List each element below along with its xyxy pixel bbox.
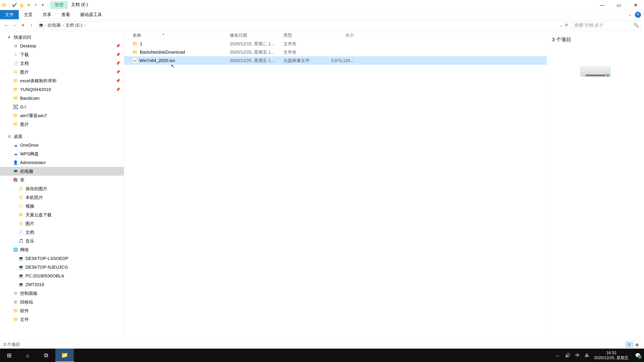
minimize-button[interactable]: — bbox=[594, 0, 610, 10]
pc-icon: 💻 bbox=[18, 256, 24, 261]
nav-libraries[interactable]: 📚库 bbox=[0, 176, 124, 184]
network-icon[interactable]: 🖧 bbox=[585, 353, 589, 358]
preview-pane: 3 个项目 bbox=[547, 31, 644, 340]
tab-file[interactable]: 文件 bbox=[0, 10, 19, 19]
nav-network-pc[interactable]: 💻DESKTOP-LSSOEDP bbox=[0, 254, 124, 263]
nav-label: 文档 bbox=[20, 60, 29, 66]
nav-documents-2[interactable]: 📄文档 bbox=[0, 228, 124, 237]
nav-label: 库 bbox=[20, 177, 24, 183]
nav-bandicam[interactable]: 📁Bandicam bbox=[0, 94, 124, 103]
action-center-icon[interactable]: 💬3 bbox=[634, 351, 642, 360]
pc-icon: 💻 bbox=[18, 273, 24, 278]
volume-icon[interactable]: 🔊 bbox=[565, 353, 570, 358]
address-bar[interactable]: 💻 › 此电脑 › 文档 (E:) › ⌄ ⟳ bbox=[36, 21, 570, 29]
pc-icon: 💻 bbox=[18, 282, 24, 287]
breadcrumb-this-pc[interactable]: 此电脑 bbox=[46, 22, 62, 28]
nav-network-pc[interactable]: 💻ZMT2019 bbox=[0, 280, 124, 289]
ribbon-collapse-icon[interactable]: ⌄ bbox=[628, 12, 632, 17]
nav-win7-folder[interactable]: 📁win7重装win7 bbox=[0, 111, 124, 120]
file-row[interactable]: 📁1 2020/12/15, 星期二 1... 文件夹 bbox=[124, 39, 547, 48]
qat-dropdown-icon[interactable]: ▾ bbox=[40, 2, 46, 8]
col-type[interactable]: 类型 bbox=[284, 32, 327, 38]
nav-yunqishi[interactable]: 📁YUNQISHI2019📌 bbox=[0, 85, 124, 94]
help-icon[interactable]: ? bbox=[635, 12, 641, 18]
file-row-selected[interactable]: ◉Win7x64_2020.iso 2020/12/25, 星期五 1... 光… bbox=[124, 56, 547, 65]
nav-pictures-3[interactable]: 🖼图片 bbox=[0, 219, 124, 228]
nav-onedrive[interactable]: ☁OneDrive bbox=[0, 141, 124, 149]
nav-network-pc[interactable]: 💻DESKTOP-NJEU3CG bbox=[0, 263, 124, 272]
search-input[interactable] bbox=[574, 23, 634, 28]
search-box[interactable]: 🔍 bbox=[572, 21, 641, 29]
properties-icon[interactable]: ✔️ bbox=[12, 2, 18, 8]
nav-g-drive[interactable]: 💽G:\ bbox=[0, 103, 124, 111]
nav-label: Desktop bbox=[20, 43, 36, 49]
search-icon[interactable]: 🔍 bbox=[634, 23, 639, 28]
file-explorer-taskbar[interactable]: 📁 bbox=[55, 349, 74, 362]
nav-desktop-root[interactable]: 🖥桌面 bbox=[0, 132, 124, 141]
chevron-right-icon[interactable]: › bbox=[83, 23, 86, 28]
navigation-pane[interactable]: ★快速访问 🖥Desktop📌 ⬇下载📌 📄文档📌 🖼图片📌 📁excel表格制… bbox=[0, 31, 124, 340]
new-folder-icon[interactable]: ▆ bbox=[18, 2, 25, 8]
chevron-right-icon[interactable]: › bbox=[62, 23, 64, 28]
nav-pictures-2[interactable]: 📁图片 bbox=[0, 120, 124, 129]
maximize-button[interactable]: ▭ bbox=[610, 0, 627, 10]
pin-icon: 📌 bbox=[116, 52, 120, 57]
recent-locations-button[interactable]: ▾ bbox=[20, 22, 26, 28]
start-button[interactable]: ⊞ bbox=[0, 349, 18, 362]
nav-this-pc[interactable]: 💻此电脑 bbox=[0, 167, 124, 176]
details-view-button[interactable]: ☰ bbox=[626, 342, 633, 348]
close-button[interactable]: ✕ bbox=[627, 0, 644, 10]
customize-icon[interactable]: ▾ bbox=[33, 2, 39, 8]
tab-view[interactable]: 查看 bbox=[56, 10, 75, 19]
clock[interactable]: 16:32 2020/12/25, 星期五 bbox=[594, 350, 628, 360]
nav-administrator[interactable]: 👤Administrator bbox=[0, 158, 124, 167]
nav-desktop[interactable]: 🖥Desktop📌 bbox=[0, 41, 124, 50]
nav-label: WPS网盘 bbox=[20, 151, 39, 157]
nav-network-pc[interactable]: 💻PC-20190530OBLA bbox=[0, 272, 124, 280]
system-tray: ︿ 🔊 中 🖧 16:32 2020/12/25, 星期五 💬3 bbox=[556, 350, 644, 360]
col-name[interactable]: 名称▴ bbox=[132, 32, 230, 38]
nav-files[interactable]: 📁文件 bbox=[0, 315, 124, 324]
nav-saved-pictures[interactable]: 🖼保存的图片 bbox=[0, 184, 124, 193]
nav-recycle-bin[interactable]: 🗑回收站 bbox=[0, 298, 124, 306]
nav-music[interactable]: 🎵音乐 bbox=[0, 237, 124, 245]
tab-share[interactable]: 共享 bbox=[38, 10, 56, 19]
nav-wps[interactable]: ☁WPS网盘 bbox=[0, 149, 124, 158]
nav-network[interactable]: 🌐网络 bbox=[0, 245, 124, 254]
manage-context-tab[interactable]: 管理 bbox=[50, 1, 68, 9]
nav-label: 网络 bbox=[20, 247, 29, 253]
refresh-icon[interactable]: ⟳ bbox=[565, 23, 568, 28]
up-button[interactable]: ↑ bbox=[28, 22, 34, 28]
delete-icon[interactable]: ✕ bbox=[26, 2, 32, 8]
file-row[interactable]: 📁BaiduNetdiskDownload 2020/12/25, 星期五 1.… bbox=[124, 48, 547, 56]
nav-videos[interactable]: 🎞视频 bbox=[0, 202, 124, 211]
pin-icon: 📌 bbox=[116, 44, 120, 48]
col-size[interactable]: 大小 bbox=[327, 32, 357, 38]
nav-excel-folder[interactable]: 📁excel表格制作求和📌 bbox=[0, 76, 124, 85]
col-date[interactable]: 修改日期 bbox=[230, 32, 284, 38]
nav-software[interactable]: 📁软件 bbox=[0, 306, 124, 315]
chevron-right-icon[interactable]: › bbox=[44, 23, 46, 28]
search-button[interactable]: ⌕ bbox=[18, 349, 37, 362]
nav-camera-roll[interactable]: 🖼本机照片 bbox=[0, 193, 124, 202]
breadcrumb-drive[interactable]: 文档 (E:) bbox=[64, 22, 83, 28]
address-row: ← → ▾ ↑ 💻 › 此电脑 › 文档 (E:) › ⌄ ⟳ 🔍 bbox=[0, 19, 644, 31]
address-dropdown-icon[interactable]: ⌄ bbox=[559, 23, 563, 28]
icons-view-button[interactable]: ▦ bbox=[633, 342, 641, 348]
folder-icon: 📁 bbox=[18, 212, 24, 217]
nav-documents[interactable]: 📄文档📌 bbox=[0, 59, 124, 68]
nav-control-panel[interactable]: ⚙控制面板 bbox=[0, 289, 124, 298]
nav-tianyi[interactable]: 📁天翼云盘下载 bbox=[0, 211, 124, 219]
tray-overflow-icon[interactable]: ︿ bbox=[556, 353, 560, 358]
nav-quick-access[interactable]: ★快速访问 bbox=[0, 33, 124, 41]
nav-pictures[interactable]: 🖼图片📌 bbox=[0, 68, 124, 76]
forward-button[interactable]: → bbox=[12, 22, 18, 28]
file-list[interactable]: 名称▴ 修改日期 类型 大小 📁1 2020/12/15, 星期二 1... 文… bbox=[124, 31, 547, 340]
back-button[interactable]: ← bbox=[3, 22, 10, 28]
tab-drive-tools[interactable]: 驱动器工具 bbox=[75, 10, 107, 19]
nav-downloads[interactable]: ⬇下载📌 bbox=[0, 50, 124, 59]
star-icon: ★ bbox=[7, 35, 12, 40]
tab-home[interactable]: 主页 bbox=[19, 10, 38, 19]
ime-indicator[interactable]: 中 bbox=[576, 353, 580, 358]
task-view-button[interactable]: ⧉ bbox=[37, 349, 55, 362]
